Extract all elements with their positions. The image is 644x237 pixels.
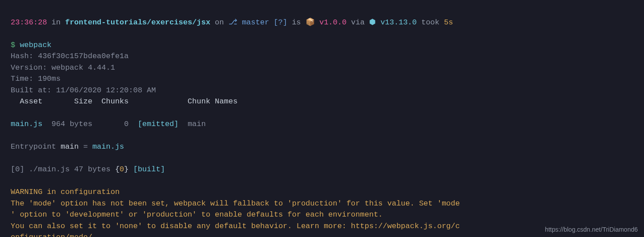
prompt-line: 23:36:28 in frontend-tutorials/exercises… bbox=[11, 5, 633, 28]
output-version: Version: webpack 4.44.1 bbox=[11, 62, 633, 74]
module-chunk: 0 bbox=[120, 165, 124, 174]
prompt-path: frontend-tutorials/exercises/jsx bbox=[65, 18, 210, 27]
prompt-via: via bbox=[346, 18, 369, 27]
output-entrypoint: Entrypoint main = main.js bbox=[11, 130, 633, 153]
prompt-time: 23:36:28 bbox=[11, 18, 47, 27]
prompt-is: is bbox=[287, 18, 306, 27]
warning-line4: onfiguration/mode/ bbox=[11, 232, 633, 237]
asset-emitted: [emitted] bbox=[129, 120, 188, 128]
entrypoint-eq: = bbox=[79, 142, 93, 151]
node-icon: ⬢ bbox=[369, 18, 380, 27]
output-built-at: Built at: 11/06/2020 12:20:08 AM bbox=[11, 85, 633, 96]
prompt-in: in bbox=[47, 18, 65, 27]
asset-chunk-id: 0 bbox=[124, 120, 129, 128]
output-table-header: Asset Size Chunks Chunk Names bbox=[11, 96, 633, 107]
package-version: v1.0.0 bbox=[319, 18, 346, 27]
warning-title: WARNING in configuration bbox=[11, 186, 633, 198]
output-asset-row: main.js 964 bytes 0 [emitted] main bbox=[11, 107, 633, 130]
prompt-duration: 5s bbox=[444, 18, 453, 27]
prompt-on: on bbox=[210, 18, 229, 27]
output-hash: Hash: 436f30c157bdea0efe1a bbox=[11, 51, 633, 62]
module-brace-open: { bbox=[115, 165, 120, 174]
output-module: [0] ./main.js 47 bytes {0} [built] bbox=[11, 153, 633, 175]
node-version: v13.13.0 bbox=[380, 18, 417, 27]
warning-line2: ' option to 'development' or 'production… bbox=[11, 209, 633, 221]
entrypoint-file: main.js bbox=[93, 142, 124, 151]
asset-name: main.js bbox=[11, 120, 42, 128]
module-built: [built] bbox=[129, 165, 165, 174]
entrypoint-label: Entrypoint bbox=[11, 142, 60, 151]
prompt-took: took bbox=[417, 18, 444, 27]
blank-line bbox=[11, 175, 633, 187]
package-icon: 📦 bbox=[306, 18, 319, 27]
warning-line1: The 'mode' option has not been set, webp… bbox=[11, 198, 633, 209]
command-text: webpack bbox=[20, 41, 51, 49]
output-time: Time: 190ms bbox=[11, 73, 633, 85]
warning-line3: You can also set it to 'none' to disable… bbox=[11, 221, 633, 232]
module-brace-close: } bbox=[124, 165, 129, 174]
command-line[interactable]: $ webpack bbox=[11, 28, 633, 51]
git-status: [?] bbox=[269, 18, 287, 27]
watermark: https://blog.csdn.net/TriDiamond6 bbox=[545, 225, 638, 234]
asset-chunk-name: main bbox=[188, 120, 206, 128]
module-path: ./main.js 47 bytes bbox=[29, 165, 115, 174]
prompt-symbol: $ bbox=[11, 41, 20, 49]
entrypoint-main: main bbox=[60, 142, 79, 151]
git-branch-icon: ⎇ bbox=[229, 18, 242, 27]
asset-size: 964 bytes bbox=[42, 120, 124, 128]
module-id: [0] bbox=[11, 165, 29, 174]
git-branch: master bbox=[242, 18, 269, 27]
